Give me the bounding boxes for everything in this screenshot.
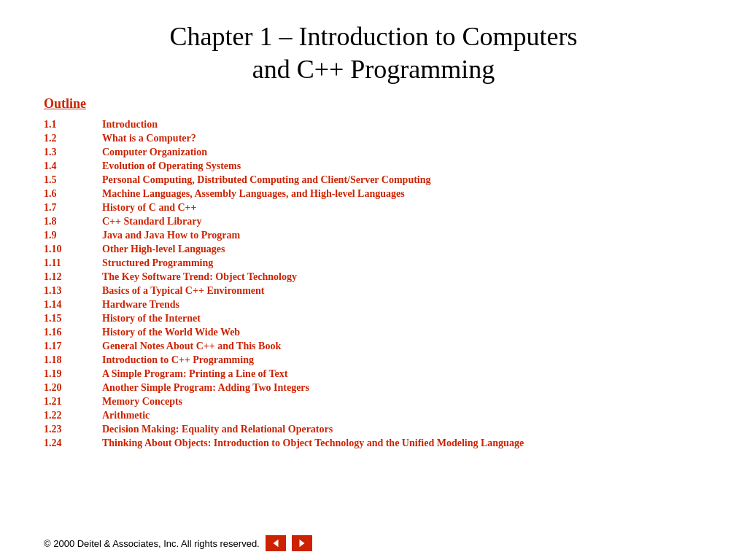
item-text[interactable]: Basics of a Typical C++ Environment <box>102 284 703 298</box>
item-number: 1.2 <box>44 131 102 145</box>
item-text[interactable]: General Notes About C++ and This Book <box>102 339 703 353</box>
page-title: Chapter 1 – Introduction to Computers an… <box>44 20 703 86</box>
item-number: 1.12 <box>44 270 102 284</box>
item-number: 1.6 <box>44 187 102 201</box>
list-item: 1.18Introduction to C++ Programming <box>44 353 703 367</box>
page: Chapter 1 – Introduction to Computers an… <box>0 0 747 560</box>
list-item: 1.1Introduction <box>44 117 703 131</box>
item-text[interactable]: Java and Java How to Program <box>102 228 703 242</box>
item-number: 1.22 <box>44 408 102 422</box>
prev-icon <box>271 538 281 548</box>
item-number: 1.9 <box>44 228 102 242</box>
next-icon <box>297 538 307 548</box>
item-number: 1.14 <box>44 298 102 311</box>
item-text[interactable]: Hardware Trends <box>102 298 703 311</box>
list-item: 1.19A Simple Program: Printing a Line of… <box>44 367 703 381</box>
item-number: 1.16 <box>44 325 102 339</box>
item-number: 1.10 <box>44 242 102 256</box>
item-text[interactable]: Computer Organization <box>102 145 703 159</box>
item-text[interactable]: History of the World Wide Web <box>102 325 703 339</box>
item-number: 1.23 <box>44 422 102 436</box>
item-text[interactable]: Memory Concepts <box>102 394 703 408</box>
item-text[interactable]: Other High-level Languages <box>102 242 703 256</box>
item-number: 1.3 <box>44 145 102 159</box>
copyright-text: © 2000 Deitel & Associates, Inc. All rig… <box>44 538 260 549</box>
item-number: 1.5 <box>44 173 102 187</box>
item-text[interactable]: Personal Computing, Distributed Computin… <box>102 173 703 187</box>
item-number: 1.7 <box>44 201 102 214</box>
outline-label: Outline <box>44 96 703 112</box>
item-text[interactable]: History of the Internet <box>102 311 703 325</box>
list-item: 1.8C++ Standard Library <box>44 214 703 228</box>
item-text[interactable]: Structured Programming <box>102 256 703 270</box>
list-item: 1.4Evolution of Operating Systems <box>44 159 703 173</box>
next-button[interactable] <box>292 535 312 551</box>
title-line2: and C++ Programming <box>252 55 495 84</box>
item-number: 1.20 <box>44 381 102 394</box>
list-item: 1.24Thinking About Objects: Introduction… <box>44 436 703 450</box>
list-item: 1.6Machine Languages, Assembly Languages… <box>44 187 703 201</box>
list-item: 1.20Another Simple Program: Adding Two I… <box>44 381 703 394</box>
footer: © 2000 Deitel & Associates, Inc. All rig… <box>44 535 312 551</box>
item-text[interactable]: Introduction to C++ Programming <box>102 353 703 367</box>
list-item: 1.16History of the World Wide Web <box>44 325 703 339</box>
list-item: 1.10Other High-level Languages <box>44 242 703 256</box>
item-number: 1.15 <box>44 311 102 325</box>
item-number: 1.21 <box>44 394 102 408</box>
list-item: 1.22Arithmetic <box>44 408 703 422</box>
prev-button[interactable] <box>266 535 286 551</box>
list-item: 1.5Personal Computing, Distributed Compu… <box>44 173 703 187</box>
svg-marker-0 <box>273 540 278 548</box>
item-text[interactable]: What is a Computer? <box>102 131 703 145</box>
outline-table: 1.1Introduction1.2What is a Computer?1.3… <box>44 117 703 450</box>
list-item: 1.21Memory Concepts <box>44 394 703 408</box>
item-text[interactable]: Evolution of Operating Systems <box>102 159 703 173</box>
item-number: 1.17 <box>44 339 102 353</box>
list-item: 1.9Java and Java How to Program <box>44 228 703 242</box>
item-text[interactable]: History of C and C++ <box>102 201 703 214</box>
item-number: 1.13 <box>44 284 102 298</box>
list-item: 1.14Hardware Trends <box>44 298 703 311</box>
item-text[interactable]: C++ Standard Library <box>102 214 703 228</box>
item-text[interactable]: Thinking About Objects: Introduction to … <box>102 436 703 450</box>
title-line1: Chapter 1 – Introduction to Computers <box>170 22 578 51</box>
item-text[interactable]: Introduction <box>102 117 703 131</box>
item-number: 1.4 <box>44 159 102 173</box>
item-text[interactable]: Machine Languages, Assembly Languages, a… <box>102 187 703 201</box>
item-text[interactable]: Decision Making: Equality and Relational… <box>102 422 703 436</box>
item-number: 1.19 <box>44 367 102 381</box>
item-number: 1.11 <box>44 256 102 270</box>
item-text[interactable]: A Simple Program: Printing a Line of Tex… <box>102 367 703 381</box>
item-text[interactable]: Arithmetic <box>102 408 703 422</box>
list-item: 1.3Computer Organization <box>44 145 703 159</box>
list-item: 1.11Structured Programming <box>44 256 703 270</box>
list-item: 1.15History of the Internet <box>44 311 703 325</box>
item-number: 1.8 <box>44 214 102 228</box>
item-number: 1.24 <box>44 436 102 450</box>
svg-marker-1 <box>299 540 304 548</box>
list-item: 1.2What is a Computer? <box>44 131 703 145</box>
item-number: 1.1 <box>44 117 102 131</box>
list-item: 1.17General Notes About C++ and This Boo… <box>44 339 703 353</box>
item-text[interactable]: The Key Software Trend: Object Technolog… <box>102 270 703 284</box>
list-item: 1.12The Key Software Trend: Object Techn… <box>44 270 703 284</box>
item-text[interactable]: Another Simple Program: Adding Two Integ… <box>102 381 703 394</box>
item-number: 1.18 <box>44 353 102 367</box>
list-item: 1.7History of C and C++ <box>44 201 703 214</box>
list-item: 1.23Decision Making: Equality and Relati… <box>44 422 703 436</box>
list-item: 1.13Basics of a Typical C++ Environment <box>44 284 703 298</box>
